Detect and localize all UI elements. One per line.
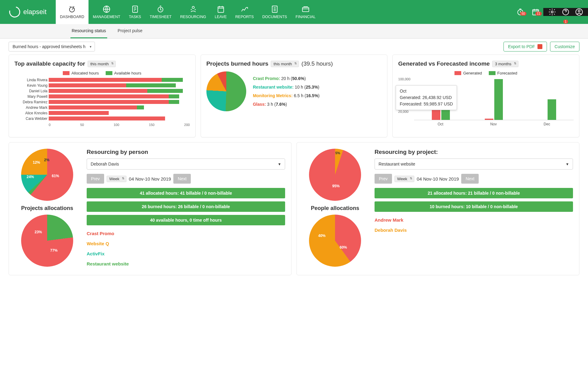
person-prev-button[interactable]: Prev	[87, 174, 104, 184]
income-period-select[interactable]: 3 months	[492, 61, 518, 67]
burned-legend-item: Glass: 3 h (7.6%)	[253, 100, 320, 109]
project-next-button[interactable]: Next	[461, 174, 479, 184]
capacity-title: Top available capacity for	[14, 60, 85, 67]
person-stat-bar: 40 available hours, 0 time off hours	[87, 215, 285, 225]
legend-allocated: Allocated hours	[71, 71, 99, 75]
capacity-chart: Linda RiveraKevin YoungDaniel LolaMary P…	[14, 77, 190, 133]
nav-icon	[156, 5, 165, 13]
x-tick: 150	[149, 123, 154, 127]
nav-reports[interactable]: REPORTS	[231, 0, 258, 24]
pie-lbl-12: 12%	[33, 160, 40, 165]
nav-label: RESOURCING	[180, 15, 206, 19]
proj-pie2-lbl-40: 40%	[318, 234, 326, 238]
nav-documents[interactable]: DOCUMENTS	[258, 0, 292, 24]
capacity-row-label: Linda Rivera	[14, 78, 47, 82]
calendar-icon[interactable]: 11	[528, 0, 543, 24]
nav-icon	[240, 5, 249, 13]
burned-period-select[interactable]: this month	[271, 61, 299, 67]
brand-logo[interactable]: elapseit	[0, 0, 56, 24]
settings-icon[interactable]	[548, 8, 556, 16]
svg-rect-5	[218, 7, 224, 13]
card-capacity: Top available capacity for this month Al…	[9, 55, 196, 137]
project-unit-select[interactable]: Week	[394, 176, 414, 182]
tooltip-month: Oct	[400, 88, 453, 94]
income-x-label: Oct	[438, 122, 443, 126]
proj-pie-lbl-5: 5%	[335, 151, 340, 155]
svg-point-10	[551, 11, 553, 13]
capacity-row-label: Andrew Mark	[14, 105, 47, 110]
main-nav: DASHBOARDMANAGEMENTTASKSTIMESHEETRESOURC…	[56, 0, 513, 24]
svg-point-13	[578, 10, 580, 12]
income-x-label: Dec	[544, 122, 550, 126]
legend-forecasted: Forecasted	[497, 71, 517, 75]
nav-label: TIMESHEET	[150, 15, 172, 19]
export-pdf-button[interactable]: Export to PDF	[503, 42, 547, 52]
nav-financial[interactable]: FINANCIAL	[291, 0, 320, 24]
filter-dropdown[interactable]: Burned hours - approved timesheets h	[9, 42, 95, 52]
income-bar-forecasted	[548, 99, 556, 120]
customize-button[interactable]: Customize	[550, 42, 579, 52]
timer-badge: 50	[520, 12, 526, 16]
capacity-row-label: Debra Ramirez	[14, 100, 47, 104]
person-select[interactable]: Deborah Davis	[87, 158, 285, 170]
project-title: Resourcing by project:	[375, 149, 573, 155]
legend-available: Available hours	[114, 71, 141, 75]
income-bar-generated	[432, 109, 440, 120]
project-people-list: Andrew MarkDeborah Davis	[375, 215, 573, 235]
panel-project: 5% 95% People allocations 40% 60% Resour…	[296, 142, 579, 275]
nav-label: DASHBOARD	[60, 15, 84, 19]
person-unit-select[interactable]: Week	[107, 176, 126, 182]
person-project-item[interactable]: Crast Promo	[87, 228, 285, 239]
filter-dropdown-label: Burned hours - approved timesheets h	[13, 44, 85, 49]
help-icon[interactable]: 1	[562, 8, 570, 16]
nav-timesheet[interactable]: TIMESHEET	[145, 0, 176, 24]
person-next-button[interactable]: Next	[173, 174, 191, 184]
svg-point-4	[192, 6, 194, 9]
card-burned: Projects burned hours this month (39.5 h…	[201, 55, 388, 137]
project-prev-button[interactable]: Prev	[375, 174, 392, 184]
project-people-item[interactable]: Andrew Mark	[375, 215, 573, 225]
y-tick-100k: 100,000	[398, 77, 410, 81]
nav-resourcing[interactable]: RESOURCING	[176, 0, 210, 24]
header-tools: 50 11 1	[513, 0, 588, 24]
profile-icon[interactable]	[575, 8, 583, 16]
y-tick-20k: 20,000	[398, 110, 409, 113]
nav-tasks[interactable]: TASKS	[125, 0, 145, 24]
burned-legend-item: Monitoring Metrics: 6.5 h (16.5%)	[253, 91, 320, 100]
capacity-legend: Allocated hours Available hours	[14, 71, 190, 75]
timer-icon[interactable]: 50	[513, 0, 528, 24]
burned-legend-item: Restaurant website: 10 h (25.3%)	[253, 83, 320, 91]
pie-lbl-2: 2%	[44, 158, 49, 162]
nav-icon	[131, 5, 139, 13]
project-stat-bar: 10 burned hours: 10 billable / 0 non-bil…	[375, 201, 573, 212]
x-tick: 0	[49, 123, 51, 127]
income-tooltip: Oct Generated: 26,438.92 USD Forecasted:…	[396, 85, 457, 110]
project-date-range: 04 Nov-10 Nov 2019	[417, 176, 459, 181]
nav-label: DOCUMENTS	[262, 15, 287, 19]
project-select[interactable]: Restaurant website	[375, 158, 573, 170]
help-badge: 1	[563, 20, 568, 24]
tooltip-forecasted: Forecasted: 59,985.97 USD	[400, 101, 453, 107]
project-people-item[interactable]: Deborah Davis	[375, 225, 573, 235]
project-alloc-title: People allocations	[303, 205, 367, 212]
person-project-item[interactable]: ActivFix	[87, 249, 285, 259]
subtab-project-pulse[interactable]: Project pulse	[116, 24, 144, 38]
capacity-period-select[interactable]: this month	[88, 61, 116, 67]
subtab-resourcing-status[interactable]: Resourcing status	[70, 24, 107, 38]
capacity-row-label: Cara Webber	[14, 116, 47, 121]
export-label: Export to PDF	[508, 44, 535, 49]
tooltip-generated: Generated: 26,438.92 USD	[400, 94, 453, 101]
nav-dashboard[interactable]: DASHBOARD	[56, 0, 89, 24]
burned-legend: Crast Promo: 20 h (50.6%)Restaurant webs…	[253, 74, 320, 109]
calendar-badge: 11	[535, 12, 542, 16]
nav-leave[interactable]: LEAVE	[210, 0, 231, 24]
income-chart: Oct Generated: 26,438.92 USD Forecasted:…	[398, 77, 574, 129]
capacity-row-label: Daniel Lola	[14, 89, 47, 93]
nav-management[interactable]: MANAGEMENT	[89, 0, 125, 24]
controls-row: Burned hours - approved timesheets h Exp…	[0, 39, 588, 55]
project-pie: 5% 95%	[309, 149, 361, 201]
person-project-item[interactable]: Restaurant website	[87, 259, 285, 269]
nav-icon	[68, 5, 76, 13]
burned-total: (39.5 hours)	[301, 60, 333, 67]
person-project-item[interactable]: Website Q	[87, 239, 285, 249]
